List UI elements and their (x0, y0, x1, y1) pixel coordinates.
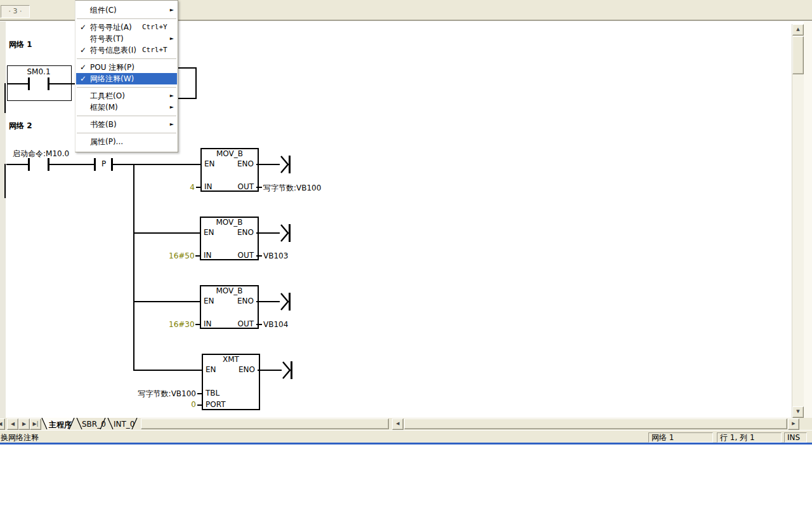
scroll-up-button[interactable]: ▲ (792, 24, 804, 36)
pin-in: IN (204, 319, 212, 328)
application-window: · 3 · 网络 1 SM0.1 网络 2 启动命令:M10.0 P (0, 0, 812, 508)
pin-eno: ENO (233, 159, 254, 168)
pin-tbl: TBL (206, 389, 219, 398)
check-icon: ✓ (80, 44, 89, 56)
contact-bar (28, 158, 30, 171)
check-icon: ✓ (80, 22, 89, 33)
network1-label: 网络 1 (9, 39, 32, 50)
menu-item-network-comments[interactable]: ✓ 网络注释(W) (76, 73, 177, 84)
wire-segment (49, 83, 75, 84)
menu-item-label: 符号信息表(I) (90, 44, 136, 56)
status-message: 换网络注释 (1, 432, 39, 443)
port-tick (197, 404, 202, 406)
menu-item-label: 属性(P)... (90, 136, 123, 147)
out-operand: VB103 (263, 251, 288, 260)
menu-shortcut: Ctrl+T (142, 44, 167, 56)
menu-item-symbol-addressing[interactable]: ✓ 符号寻址(A) Ctrl+Y (76, 22, 177, 33)
left-rail (4, 83, 6, 113)
pin-out: OUT (226, 319, 254, 328)
menu-item-label: 网络注释(W) (90, 73, 134, 84)
pin-in: IN (204, 182, 213, 191)
network2-label: 网络 2 (9, 121, 32, 131)
tabstrip-filler-bar (141, 418, 389, 429)
menu-separator (77, 133, 176, 133)
rung-open-arrow-icon (279, 223, 292, 243)
menu-item-label: POU 注释(P) (90, 62, 134, 73)
tbl-operand: 写字节数:VB100 (133, 389, 196, 399)
vertical-scrollbar[interactable]: ▲ ▼ (792, 24, 804, 418)
edge-contact-label: P (96, 159, 111, 168)
status-insert-mode: INS (784, 432, 807, 443)
submenu-arrow-icon: ► (170, 33, 174, 44)
scroll-down-button[interactable]: ▼ (792, 406, 804, 418)
hidden-box-right-edge (195, 67, 197, 99)
menu-item-symbol-table[interactable]: 符号表(T) ► (76, 33, 177, 44)
zoom-level-box[interactable]: · 3 · (1, 5, 30, 18)
menu-item-label: 框架(M) (90, 102, 118, 113)
menu-item-symbol-info-table[interactable]: ✓ 符号信息表(I) Ctrl+T (76, 44, 177, 56)
rung-open-arrow-icon (281, 360, 294, 380)
pin-en: EN (204, 228, 214, 237)
horizontal-scrollbar-thumb[interactable] (404, 418, 787, 429)
pin-eno: ENO (235, 365, 255, 374)
menu-shortcut: Ctrl+Y (142, 22, 167, 33)
tab-int0[interactable]: INT_0 (114, 420, 134, 429)
block-title: XMT (202, 355, 260, 364)
eno-wire (258, 370, 282, 371)
branch-rail (133, 164, 134, 371)
window-right-margin (804, 22, 812, 418)
rung-open-arrow-icon (279, 291, 292, 312)
pin-en: EN (204, 159, 215, 168)
submenu-arrow-icon: ► (170, 4, 174, 16)
wire-segment (6, 164, 28, 165)
block-title: MOV_B (200, 286, 259, 295)
pin-in: IN (204, 251, 212, 260)
vertical-scrollbar-thumb[interactable] (792, 36, 804, 74)
in-tick (195, 324, 200, 325)
contact-bar (28, 77, 30, 90)
menu-item-components[interactable]: 组件(C) ► (76, 4, 177, 16)
pin-out: OUT (226, 251, 254, 260)
hscroll-left-button[interactable]: ◀ (392, 418, 403, 430)
menu-item-label: 组件(C) (90, 4, 117, 16)
port-value: 0 (185, 400, 196, 409)
branch-wire (133, 370, 202, 371)
eno-wire (256, 232, 280, 234)
window-bottom-border (0, 443, 812, 444)
menu-item-frame[interactable]: 框架(M) ► (76, 102, 177, 113)
wire-segment (7, 83, 28, 84)
menu-item-pou-comments[interactable]: ✓ POU 注释(P) (76, 62, 177, 73)
in-tick (196, 187, 200, 188)
menu-separator (77, 58, 176, 59)
out-tick (256, 255, 262, 257)
wire-segment (113, 164, 200, 165)
eno-wire (256, 301, 280, 302)
check-icon: ✓ (80, 62, 89, 73)
menu-separator (77, 87, 176, 88)
editor-left-margin (0, 22, 6, 418)
in-value: 16#50 (169, 251, 194, 260)
menu-item-toolbars[interactable]: 工具栏(O) ► (76, 90, 177, 102)
menu-separator (77, 18, 176, 19)
menu-item-bookmarks[interactable]: 书签(B) ► (76, 119, 177, 130)
wire-segment (49, 164, 94, 165)
tab-sbr0[interactable]: SBR_0 (82, 420, 106, 429)
hscroll-right-button[interactable]: ▶ (788, 418, 799, 430)
hidden-box-top-edge (177, 67, 197, 69)
view-menu-dropdown: 组件(C) ► ✓ 符号寻址(A) Ctrl+Y 符号表(T) ► ✓ 符号信息… (75, 0, 178, 152)
check-icon: ✓ (80, 73, 89, 84)
menu-item-properties[interactable]: 属性(P)... (76, 136, 177, 147)
in-value: 4 (178, 183, 195, 192)
eno-wire (256, 164, 280, 165)
tab-main-program[interactable]: 主程序 (49, 420, 72, 431)
status-network-indicator: 网络 1 (648, 432, 713, 443)
menu-item-label: 符号寻址(A) (90, 22, 132, 33)
block-title: MOV_B (200, 218, 259, 227)
status-cursor-position: 行 1, 列 1 (717, 432, 782, 443)
menu-item-label: 工具栏(O) (90, 90, 125, 102)
out-operand: 写字节数:VB100 (263, 183, 321, 194)
menu-separator (77, 116, 176, 116)
block-title: MOV_B (200, 149, 259, 158)
pin-en: EN (206, 365, 216, 374)
menu-item-label: 符号表(T) (90, 33, 124, 44)
